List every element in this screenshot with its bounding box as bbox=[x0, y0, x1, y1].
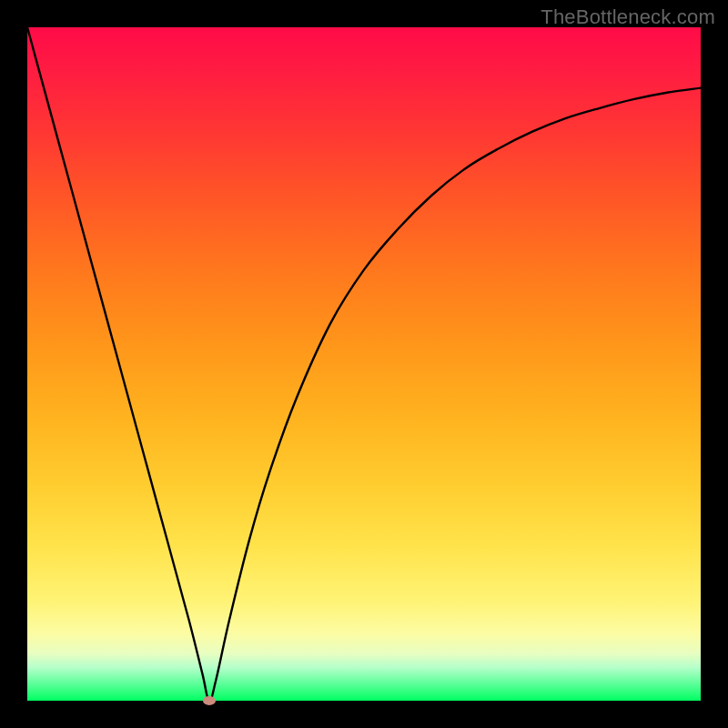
chart-frame: TheBottleneck.com bbox=[0, 0, 728, 728]
plot-area bbox=[27, 27, 701, 701]
bottleneck-curve bbox=[27, 27, 701, 701]
minimum-marker bbox=[203, 696, 216, 705]
attribution-text: TheBottleneck.com bbox=[541, 5, 715, 29]
curve-path bbox=[27, 27, 701, 701]
